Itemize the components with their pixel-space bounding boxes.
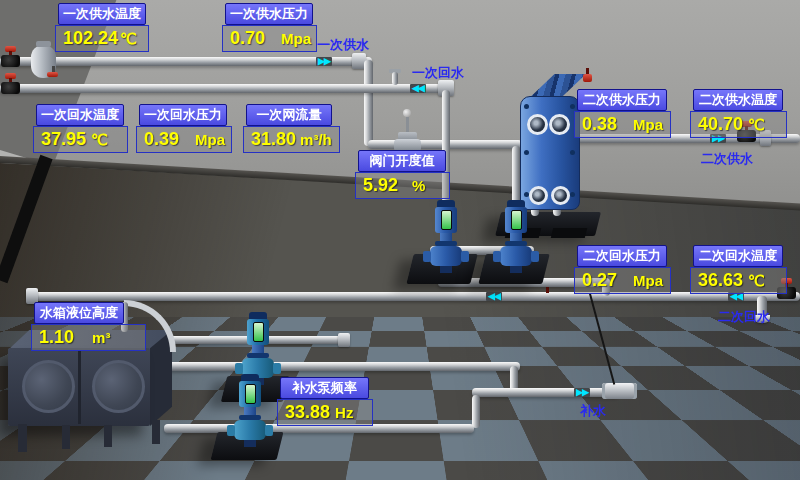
tank-leg	[104, 425, 112, 447]
makeup-pump-freq-value[interactable]: 33.88Hz	[277, 399, 373, 426]
tank-leg	[62, 425, 70, 449]
pump-port	[423, 251, 431, 262]
makeup-elbow-pipe	[472, 395, 480, 428]
primary-supply-valve[interactable]	[1, 46, 21, 71]
hx-vent-valve	[583, 74, 592, 82]
valve-opening-value[interactable]: 5.92%	[355, 172, 450, 199]
pump-volute	[500, 246, 532, 266]
pipe-flange	[338, 333, 350, 347]
circulation-pump-2[interactable]	[498, 200, 534, 273]
pump-foot	[440, 266, 452, 273]
primary-return-temp-value[interactable]: 37.95℃	[33, 126, 128, 153]
primary-supply-pressure-label: 一次供水压力	[225, 3, 313, 25]
hx-bolts	[524, 104, 529, 109]
pump-cap	[507, 200, 525, 207]
primary-return-pressure-value[interactable]: 0.39Mpa	[136, 126, 232, 153]
secondary-supply-temp-label: 二次供水温度	[693, 89, 783, 111]
pump-status-indicator	[245, 384, 256, 404]
tank-cover	[92, 360, 145, 413]
valve-body	[1, 55, 20, 67]
return-tap-stem	[546, 286, 549, 293]
flow-arrow-icon: ◀◀	[410, 84, 426, 93]
pump-port	[461, 251, 469, 262]
hx-top-port	[527, 114, 548, 135]
tank-cover	[22, 360, 75, 413]
pump-cap	[249, 312, 267, 319]
secondary-return-pipe	[30, 292, 800, 301]
makeup-water-pipe	[472, 388, 618, 397]
pump-foot	[510, 266, 522, 273]
secondary-supply-pressure-label: 二次供水压力	[577, 89, 667, 111]
primary-supply-riser-pipe	[364, 60, 373, 146]
primary-return-valve[interactable]	[1, 73, 21, 98]
control-valve-knob	[403, 109, 411, 117]
pipe-label-makeup-water: 补水	[580, 402, 606, 420]
heat-exchanger-pad	[551, 228, 587, 238]
makeup-pump-2[interactable]	[232, 374, 268, 447]
pipe-label-secondary-return: 二次回水	[718, 308, 770, 326]
tank-level-value[interactable]: 1.10m³	[31, 324, 146, 351]
tank-leg	[18, 424, 27, 452]
pump2-suction-pipe	[512, 146, 520, 204]
panel-makeup-pump-freq: 补水泵频率 33.88Hz	[277, 377, 373, 426]
panel-secondary-supply-temp: 二次供水温度 40.70℃	[690, 89, 787, 138]
hmi-scene: ▶▶ ◀◀ ▶▶ ◀◀ ◀◀	[0, 0, 800, 480]
panel-primary-return-temp: 一次回水温度 37.95℃	[33, 104, 128, 153]
pump-port	[235, 363, 243, 374]
secondary-return-temp-value[interactable]: 36.63℃	[690, 267, 787, 294]
strainer-cap	[36, 41, 51, 47]
sensor-fitting	[392, 72, 398, 85]
pump-status-indicator	[441, 210, 452, 230]
pipe-label-secondary-supply: 二次供水	[701, 150, 753, 168]
panel-primary-supply-pressure: 一次供水压力 0.70Mpa	[222, 3, 317, 52]
circulation-pump-1[interactable]	[428, 200, 464, 273]
pipe-label-primary-return: 一次回水	[412, 64, 464, 82]
pump-foot	[244, 440, 256, 447]
primary-supply-temp-label: 一次供水温度	[58, 3, 146, 25]
hx-bottom-port	[551, 186, 570, 205]
pump-port	[265, 425, 273, 436]
primary-supply-pressure-value[interactable]: 0.70Mpa	[222, 25, 317, 52]
secondary-return-temp-label: 二次回水温度	[693, 245, 783, 267]
flow-arrow-icon: ▶▶	[316, 57, 332, 66]
primary-supply-temp-value[interactable]: 102.24℃	[55, 25, 149, 52]
tank-leg	[152, 420, 160, 444]
tank-level-label: 水箱液位高度	[34, 302, 124, 324]
pump-cap	[241, 374, 259, 381]
makeup-pump1-pipe	[148, 362, 520, 371]
pump-volute	[430, 246, 462, 266]
pump-port	[227, 425, 235, 436]
primary-return-pressure-label: 一次回水压力	[139, 104, 227, 126]
panel-primary-supply-temp: 一次供水温度 102.24℃	[55, 3, 149, 52]
pump-status-indicator	[511, 210, 522, 230]
panel-primary-flow: 一次网流量 31.80m³/h	[243, 104, 340, 153]
primary-flow-value[interactable]: 31.80m³/h	[243, 126, 340, 153]
pump-port	[273, 363, 281, 374]
valve-body	[1, 82, 20, 94]
primary-flow-label: 一次网流量	[246, 104, 332, 126]
primary-return-temp-label: 一次回水温度	[36, 104, 124, 126]
makeup-pump-freq-label: 补水泵频率	[280, 377, 369, 399]
drain-tap[interactable]	[47, 72, 58, 77]
panel-tank-level: 水箱液位高度 1.10m³	[31, 302, 146, 351]
secondary-supply-pressure-value[interactable]: 0.38Mpa	[574, 111, 671, 138]
flow-arrow-icon: ◀◀	[486, 292, 502, 301]
flow-arrow-icon: ▶▶	[574, 388, 590, 397]
pipe-label-primary-supply: 一次供水	[317, 36, 369, 54]
pump-port	[493, 251, 501, 262]
secondary-supply-temp-value[interactable]: 40.70℃	[690, 111, 787, 138]
pump-cap	[437, 200, 455, 207]
valve-opening-label: 阀门开度值	[358, 150, 446, 172]
hx-top-port	[549, 114, 570, 135]
secondary-return-pressure-value[interactable]: 0.27Mpa	[574, 267, 671, 294]
pump-volute	[234, 420, 266, 440]
tank-divider	[78, 350, 81, 424]
primary-return-pipe	[0, 84, 450, 93]
pump-port	[531, 251, 539, 262]
panel-valve-opening: 阀门开度值 5.92%	[355, 150, 450, 199]
secondary-return-pressure-label: 二次回水压力	[577, 245, 667, 267]
panel-secondary-return-temp: 二次回水温度 36.63℃	[690, 245, 787, 294]
panel-secondary-supply-pressure: 二次供水压力 0.38Mpa	[574, 89, 671, 138]
pump-status-indicator	[253, 322, 264, 342]
panel-primary-return-pressure: 一次回水压力 0.39Mpa	[136, 104, 232, 153]
